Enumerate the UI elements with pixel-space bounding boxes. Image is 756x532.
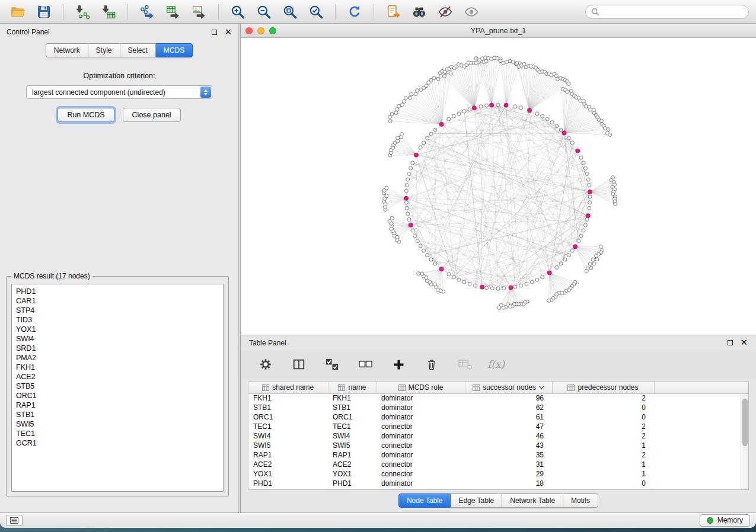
cell-name[interactable]: SWI4 <box>328 431 377 441</box>
column-header-shared-name[interactable]: shared name <box>248 382 328 393</box>
cell-predecessor_nodes[interactable]: 2 <box>552 393 654 403</box>
cell-mcds_role[interactable]: dominator <box>377 412 465 422</box>
network-graph[interactable] <box>241 38 756 335</box>
cell-successor_nodes[interactable]: 35 <box>465 450 552 460</box>
cell-predecessor_nodes[interactable]: 1 <box>552 441 654 450</box>
close-window-icon[interactable] <box>245 27 253 34</box>
mcds-result-item[interactable]: STP4 <box>16 306 223 315</box>
cell-name[interactable]: TEC1 <box>328 422 377 431</box>
mcds-result-item[interactable]: YOX1 <box>16 325 223 334</box>
export-network-button[interactable] <box>136 3 158 21</box>
cell-mcds_role[interactable]: dominator <box>377 450 465 460</box>
cell-name[interactable]: STB1 <box>328 403 377 412</box>
scrollbar-thumb[interactable] <box>742 399 748 446</box>
cell-shared_name[interactable]: FKH1 <box>248 393 328 403</box>
cell-successor_nodes[interactable]: 46 <box>465 431 552 441</box>
cell-shared_name[interactable]: ACE2 <box>248 460 328 469</box>
cell-mcds_role[interactable]: connector <box>377 460 465 469</box>
criterion-dropdown[interactable]: largest connected component (undirected) <box>26 85 212 99</box>
cell-mcds_role[interactable]: dominator <box>377 393 465 403</box>
import-table-button[interactable] <box>98 3 119 21</box>
column-header-name[interactable]: name <box>328 382 377 393</box>
zoom-fit-button[interactable] <box>279 3 301 21</box>
cell-name[interactable]: ACE2 <box>328 460 377 469</box>
cell-shared_name[interactable]: SWI5 <box>248 441 328 450</box>
mcds-result-item[interactable]: FKH1 <box>16 363 223 372</box>
mcds-result-item[interactable]: STB1 <box>16 410 223 419</box>
cell-shared_name[interactable]: SWI4 <box>248 431 328 441</box>
minimize-window-icon[interactable] <box>257 27 264 34</box>
mcds-result-item[interactable]: ORC1 <box>16 391 223 400</box>
deselect-all-button[interactable] <box>355 355 376 373</box>
table-row[interactable]: STB1STB1dominator620 <box>248 403 748 412</box>
open-session-button[interactable] <box>7 3 28 21</box>
zoom-selected-button[interactable] <box>305 3 327 21</box>
cell-shared_name[interactable]: RAP1 <box>248 450 328 460</box>
cell-mcds_role[interactable]: connector <box>377 422 465 431</box>
cell-predecessor_nodes[interactable]: 2 <box>552 431 654 441</box>
search-field[interactable] <box>585 5 749 19</box>
tab-style[interactable]: Style <box>88 43 120 57</box>
cell-mcds_role[interactable]: dominator <box>377 431 465 441</box>
delete-table-button-disabled[interactable] <box>454 355 476 373</box>
table-scrollbar[interactable] <box>741 394 748 489</box>
table-row[interactable]: RAP1RAP1dominator352 <box>248 450 748 460</box>
cell-name[interactable]: ORC1 <box>328 412 377 422</box>
cell-shared_name[interactable]: PHD1 <box>248 479 328 488</box>
mcds-result-item[interactable]: RAP1 <box>16 400 223 410</box>
cell-successor_nodes[interactable]: 29 <box>465 469 552 479</box>
mcds-result-item[interactable]: GCR1 <box>16 438 223 448</box>
status-menu-button[interactable] <box>6 515 23 526</box>
clone-network-button[interactable] <box>382 3 404 21</box>
cell-successor_nodes[interactable]: 47 <box>465 422 552 431</box>
mcds-result-item[interactable]: STB5 <box>16 382 223 391</box>
mcds-result-item[interactable]: SRD1 <box>16 344 223 353</box>
cell-predecessor_nodes[interactable]: 0 <box>552 412 654 422</box>
run-mcds-button[interactable]: Run MCDS <box>58 108 114 122</box>
mcds-result-item[interactable]: SWI4 <box>16 334 223 344</box>
cell-name[interactable]: SWI5 <box>328 441 377 450</box>
tab-select[interactable]: Select <box>120 43 156 57</box>
close-panel-button[interactable]: Close panel <box>123 108 181 122</box>
cell-successor_nodes[interactable]: 31 <box>465 460 552 469</box>
cell-predecessor_nodes[interactable]: 1 <box>552 469 654 479</box>
tab-edge-table[interactable]: Edge Table <box>451 493 502 508</box>
float-panel-icon[interactable] <box>212 30 217 35</box>
tab-network-table[interactable]: Network Table <box>502 493 563 508</box>
cell-successor_nodes[interactable]: 62 <box>465 403 552 412</box>
cell-name[interactable]: FKH1 <box>328 393 377 403</box>
cell-name[interactable]: RAP1 <box>328 450 377 460</box>
table-row[interactable]: PHD1PHD1dominator180 <box>248 479 748 488</box>
network-view[interactable] <box>241 38 756 335</box>
import-network-button[interactable] <box>72 3 93 21</box>
table-row[interactable]: ACE2ACE2connector311 <box>248 460 748 469</box>
cell-shared_name[interactable]: STB1 <box>248 403 328 412</box>
mcds-result-item[interactable]: SWI5 <box>16 419 223 429</box>
table-settings-button[interactable] <box>255 355 276 373</box>
mcds-result-item[interactable]: TEC1 <box>16 429 223 438</box>
search-network-button[interactable] <box>409 3 430 21</box>
cell-name[interactable]: PHD1 <box>328 479 377 488</box>
export-table-button[interactable] <box>162 3 184 21</box>
tab-node-table[interactable]: Node Table <box>398 493 451 508</box>
cell-predecessor_nodes[interactable]: 2 <box>552 422 654 431</box>
cell-name[interactable]: YOX1 <box>328 469 377 479</box>
tab-network[interactable]: Network <box>46 43 88 57</box>
table-row[interactable]: SWI4SWI4dominator462 <box>248 431 748 441</box>
cell-shared_name[interactable]: YOX1 <box>248 469 328 479</box>
zoom-in-button[interactable] <box>227 3 248 21</box>
add-column-button[interactable] <box>388 355 409 373</box>
cell-predecessor_nodes[interactable]: 0 <box>552 479 654 488</box>
delete-column-button[interactable] <box>421 355 442 373</box>
table-row[interactable]: SWI5SWI5connector431 <box>248 441 748 450</box>
export-image-button[interactable] <box>189 3 210 21</box>
save-session-button[interactable] <box>33 3 55 21</box>
memory-button[interactable]: Memory <box>700 514 750 527</box>
cell-shared_name[interactable]: ORC1 <box>248 412 328 422</box>
cell-mcds_role[interactable]: connector <box>377 441 465 450</box>
cell-successor_nodes[interactable]: 61 <box>465 412 552 422</box>
table-row[interactable]: FKH1FKH1dominator962 <box>248 393 748 403</box>
float-table-panel-icon[interactable] <box>728 340 733 345</box>
close-panel-icon[interactable]: ✕ <box>224 28 232 37</box>
mcds-result-item[interactable]: PHD1 <box>16 287 223 296</box>
